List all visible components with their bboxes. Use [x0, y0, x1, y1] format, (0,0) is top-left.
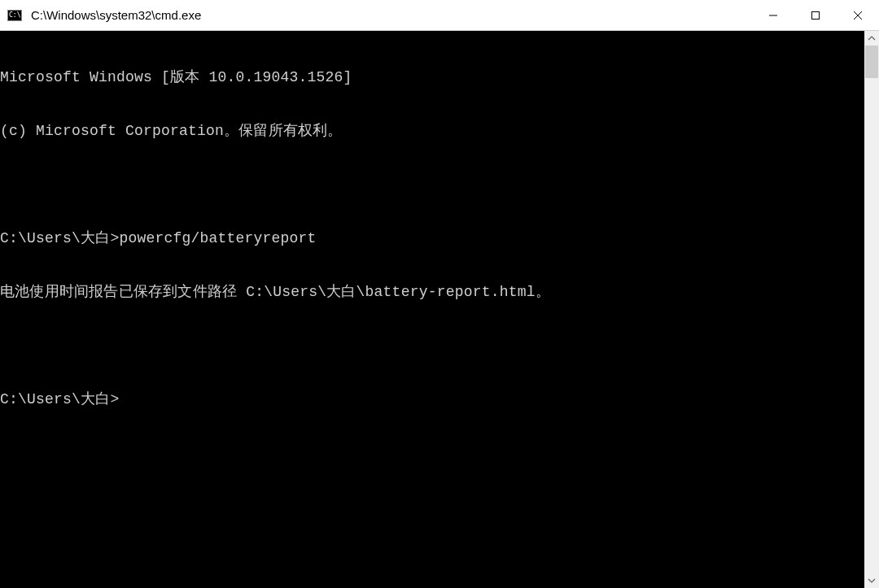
titlebar[interactable]: C:\ C:\Windows\system32\cmd.exe [0, 0, 879, 31]
terminal-line [0, 176, 864, 194]
client-area: Microsoft Windows [版本 10.0.19043.1526] (… [0, 31, 879, 588]
chevron-up-icon [868, 34, 876, 42]
terminal-line: C:\Users\大白>powercfg/batteryreport [0, 229, 864, 247]
close-button[interactable] [837, 0, 879, 30]
terminal-line: 电池使用时间报告已保存到文件路径 C:\Users\大白\battery-rep… [0, 283, 864, 301]
maximize-icon [811, 11, 820, 20]
terminal-line: Microsoft Windows [版本 10.0.19043.1526] [0, 68, 864, 86]
vertical-scrollbar[interactable] [864, 31, 879, 588]
chevron-down-icon [868, 577, 876, 585]
scrollbar-track[interactable] [864, 46, 879, 573]
cmd-window: C:\ C:\Windows\system32\cmd.exe Microsof… [0, 0, 879, 588]
close-icon [853, 11, 863, 20]
minimize-icon [768, 11, 778, 20]
terminal-prompt: C:\Users\大白> [0, 390, 864, 408]
scroll-up-button[interactable] [864, 31, 879, 46]
terminal-output[interactable]: Microsoft Windows [版本 10.0.19043.1526] (… [0, 31, 864, 588]
minimize-button[interactable] [752, 0, 794, 30]
scroll-down-button[interactable] [864, 573, 879, 588]
terminal-line: (c) Microsoft Corporation。保留所有权利。 [0, 122, 864, 140]
scrollbar-thumb[interactable] [865, 46, 878, 78]
cmd-app-icon: C:\ [0, 10, 29, 21]
maximize-button[interactable] [794, 0, 837, 30]
terminal-icon: C:\ [7, 10, 22, 21]
window-title: C:\Windows\system32\cmd.exe [29, 0, 752, 31]
window-controls [752, 0, 879, 30]
terminal-line [0, 337, 864, 355]
svg-rect-1 [812, 11, 820, 19]
